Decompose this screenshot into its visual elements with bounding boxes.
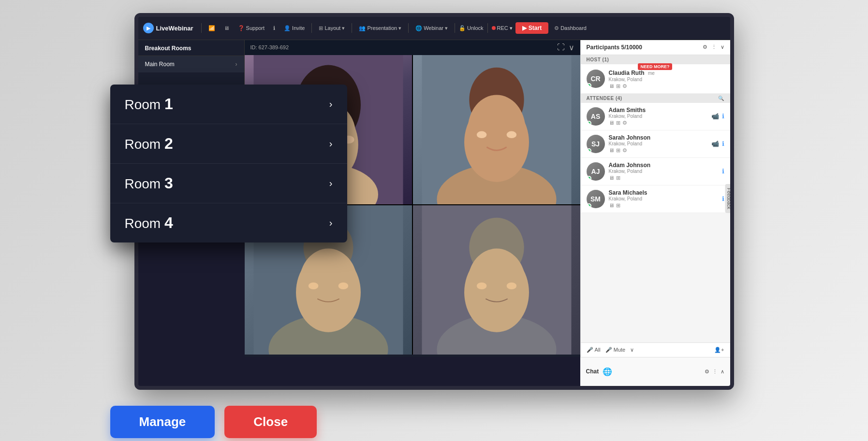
logo-text: LiveWebinar [156,25,193,32]
host-monitor-icon: 🖥 [609,83,614,89]
unlock-button[interactable]: 🔓 Unlock [459,25,484,31]
room-1-item[interactable]: Room 1 › [110,85,347,124]
participants-panel: NEED MORE? Participants 5/10000 ⚙ ⋮ ∨ HO… [580,40,730,357]
chat-expand-button[interactable]: ∧ [721,369,724,375]
dashboard-button[interactable]: ⚙ Dashboard [551,23,589,33]
attendee-4-location: Krakow, Poland [609,196,718,201]
a4-windows-icon: ⊞ [616,202,620,209]
attendee-row-1: AS Adam Smiths Krakow, Poland 🖥 ⊞ ⚙ 📹 ℹ [581,103,730,130]
screen-icon: 🖥 [224,25,229,31]
start-button[interactable]: ▶ Start [515,22,548,34]
attendee-1-location: Krakow, Poland [609,114,707,119]
wifi-button[interactable]: 📶 [206,23,218,33]
attendee-search-icon[interactable]: 🔍 [718,96,724,101]
a2-info-icon[interactable]: ℹ [722,140,724,147]
expand-icon[interactable]: ⛶ [557,43,565,52]
action-buttons: Manage Close [110,406,317,438]
attendee-3-location: Krakow, Poland [609,169,718,174]
chat-settings-button[interactable]: ⚙ [705,369,709,375]
chat-more-button[interactable]: ⋮ [712,369,718,375]
mute-chevron-button[interactable]: ∨ [630,347,634,353]
attendee-row-3: AJ Adam Johnson Krakow, Poland 🖥 ⊞ ℹ [581,158,730,185]
room-4-item[interactable]: Room 4 › [110,203,347,242]
mute-button[interactable]: 🎤 Mute [605,347,625,353]
chat-label: Chat [586,368,599,375]
lock-icon: 🔓 [459,25,466,31]
layout-button[interactable]: ⊞ Layout ▾ [316,23,348,33]
nav-divider-2 [311,23,312,33]
host-badge: me [648,71,655,76]
svg-point-21 [308,282,318,289]
presentation-icon: 👥 [359,25,366,31]
person-icon: 👤 [284,25,291,31]
add-participant-button[interactable]: 👤+ [714,347,724,353]
mute-label: Mute [614,347,625,353]
laptop-frame: ▶ LiveWebinar 📶 🖥 ❓ Support ℹ 👤 Invite [96,13,773,428]
webinar-chevron-icon: ▾ [445,25,448,31]
room-3-item[interactable]: Room 3 › [110,164,347,203]
webinar-button[interactable]: 🌐 Webinar ▾ [412,23,451,33]
chat-more-icon: ⋮ [712,369,718,375]
rec-button[interactable]: REC ▾ [492,25,513,31]
room-2-number: 2 [164,135,173,152]
mic-all-button[interactable]: 🎤 All [587,347,601,353]
play-icon: ▶ [522,25,527,31]
start-label: Start [529,25,542,31]
nav-divider-1 [201,23,202,33]
collapse-icon[interactable]: ∨ [569,43,574,52]
close-button[interactable]: Close [224,406,317,438]
screen-button[interactable]: 🖥 [221,23,232,33]
a2-monitor-icon: 🖥 [609,147,614,153]
nav-divider-3 [352,23,352,33]
participants-settings-button[interactable]: ⚙ [703,44,707,50]
a3-windows-icon: ⊞ [616,175,620,181]
layout-chevron-icon: ▾ [342,25,345,31]
room-3-chevron-icon: › [329,178,333,189]
video-header: ID: 627-389-692 ⛶ ∨ [245,40,580,55]
mic-icon: 🎤 [587,347,593,353]
a4-info-icon[interactable]: ℹ [722,195,724,202]
attendee-4-info: Sara Michaels Krakow, Poland 🖥 ⊞ [609,189,718,209]
a2-camera-icon[interactable]: 📹 [711,140,719,147]
wifi-icon: 📶 [208,25,215,31]
host-location: Krakow, Poland [609,77,724,82]
breakout-rooms-overlay: Room 1 › Room 2 › Room 3 › Room 4 › [110,85,347,242]
manage-button[interactable]: Manage [110,406,215,438]
chat-globe-icon: 🌐 [603,367,612,376]
support-button[interactable]: ❓ Support [235,23,268,33]
participants-footer: 🎤 All 🎤 Mute ∨ 👤+ [581,342,730,357]
a2-windows-icon: ⊞ [616,147,620,154]
nav-divider-5 [455,23,455,33]
a1-info-icon[interactable]: ℹ [722,113,724,120]
video-id: ID: 627-389-692 [250,44,289,50]
attendee-4-actions: ℹ [722,195,724,202]
participants-more-button[interactable]: ⋮ [711,44,717,50]
layout-label: Layout [324,25,340,31]
participants-collapse-button[interactable]: ∨ [721,44,724,50]
attendee-3-actions: ℹ [722,168,724,175]
invite-button[interactable]: 👤 Invite [281,23,308,33]
a1-windows-icon: ⊞ [616,120,620,126]
a1-camera-icon[interactable]: 📹 [711,113,719,120]
room-2-item[interactable]: Room 2 › [110,124,347,164]
attendee-4-name: Sara Michaels [609,189,718,196]
video-header-icons: ⛶ ∨ [557,43,574,52]
attendee-4-avatar: SM [587,190,605,208]
info-button[interactable]: ℹ [270,23,278,33]
a3-info-icon[interactable]: ℹ [722,168,724,175]
webinar-label: Webinar [424,25,443,31]
host-name: Claudia Ruth [609,70,645,76]
main-room-item[interactable]: Main Room › [138,56,244,72]
a1-settings-icon: ⚙ [622,120,627,126]
room-1-number: 1 [164,95,173,113]
room-3-number: 3 [164,174,173,192]
host-section-label: HOST (1) [581,55,730,64]
attendee-3-dot [587,176,591,181]
svg-point-29 [506,282,516,289]
support-label: Support [246,25,265,31]
mute-chevron-icon: ∨ [630,347,634,353]
attendee-4-icons: 🖥 ⊞ [609,202,718,209]
svg-point-28 [476,282,486,289]
question-icon: ❓ [238,25,245,31]
presentation-button[interactable]: 👥 Presentation ▾ [356,23,404,33]
